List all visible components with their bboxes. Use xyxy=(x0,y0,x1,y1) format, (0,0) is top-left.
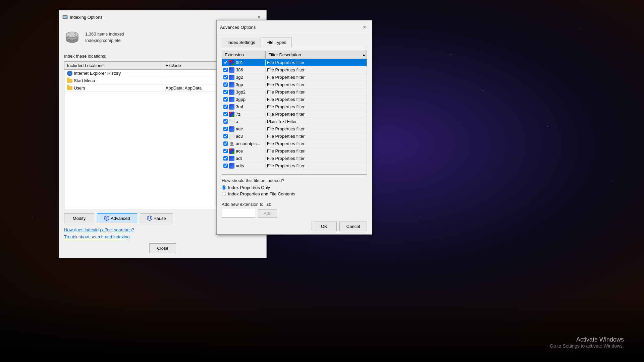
file-type-icon xyxy=(229,126,234,132)
globe-icon xyxy=(67,71,72,76)
row-checkbox[interactable] xyxy=(223,134,228,138)
file-type-icon xyxy=(229,89,234,95)
add-button[interactable]: Add xyxy=(258,209,277,218)
close-row: Close xyxy=(64,243,261,253)
add-extension-row: Add xyxy=(222,209,367,218)
file-type-icon xyxy=(229,82,234,87)
advanced-close-button[interactable]: ✕ xyxy=(361,23,369,31)
file-type-icon xyxy=(229,75,234,80)
row-checkbox[interactable] xyxy=(223,127,228,131)
indexing-title-icon xyxy=(62,14,68,20)
ok-cancel-row: OK Cancel xyxy=(222,222,367,231)
row-checkbox[interactable] xyxy=(223,112,228,116)
row-checkbox[interactable] xyxy=(223,105,228,109)
row-checkbox[interactable] xyxy=(223,97,228,102)
tab-index-settings[interactable]: Index Settings xyxy=(222,38,261,47)
svg-rect-13 xyxy=(150,217,151,219)
table-row[interactable]: 3gpp File Properties filter xyxy=(222,96,367,103)
add-extension-label: Add new extension to list: xyxy=(222,202,367,207)
table-row[interactable]: adts File Properties filter xyxy=(222,162,367,170)
extension-col-header: Extension xyxy=(222,51,266,59)
filter-col-header: Filter Description xyxy=(266,51,361,59)
pause-label: Pause xyxy=(154,216,166,221)
ok-button[interactable]: OK xyxy=(312,222,337,231)
modify-button[interactable]: Modify xyxy=(64,213,94,223)
radio-contents-input[interactable] xyxy=(222,192,226,196)
tab-file-types[interactable]: File Types xyxy=(261,38,292,47)
table-row[interactable]: ac3 File Properties filter xyxy=(222,133,367,140)
file-type-icon xyxy=(229,119,234,124)
table-row[interactable]: aac File Properties filter xyxy=(222,125,367,133)
status-text-block: 1,360 items indexed Indexing complete. xyxy=(85,32,124,43)
table-row[interactable]: 001 File Properties filter xyxy=(222,59,367,66)
radio-index-properties-only[interactable]: Index Properties Only xyxy=(222,185,367,190)
file-type-icon xyxy=(229,67,234,73)
table-row[interactable]: 3mf File Properties filter xyxy=(222,103,367,111)
svg-rect-3 xyxy=(64,19,66,19)
indexing-title-text: Indexing Options xyxy=(70,15,103,20)
row-checkbox[interactable] xyxy=(223,90,228,94)
shield-icon: A xyxy=(104,216,109,221)
indexing-status: Indexing complete. xyxy=(85,38,124,43)
row-checkbox[interactable] xyxy=(223,60,228,65)
file-type-icon xyxy=(229,148,234,154)
file-type-icon xyxy=(229,104,234,110)
troubleshoot-link[interactable]: Troubleshoot search and indexing xyxy=(64,234,261,239)
folder-icon xyxy=(67,79,72,83)
table-row[interactable]: 7z File Properties filter xyxy=(222,111,367,118)
table-row[interactable]: ace File Properties filter xyxy=(222,147,367,155)
location-included: Internet Explorer History xyxy=(64,70,163,77)
row-checkbox[interactable] xyxy=(223,141,228,146)
file-type-icon xyxy=(229,163,234,169)
file-types-table: Extension Filter Description ▲ 001 File … xyxy=(222,51,367,175)
file-type-icon xyxy=(229,112,234,117)
advanced-title-text: Advanced Options xyxy=(220,25,256,30)
add-extension-section: Add new extension to list: Add xyxy=(222,202,367,218)
table-row[interactable]: accountpic... File Properties filter xyxy=(222,140,367,147)
activate-line1: Activate Windows xyxy=(550,336,624,343)
advanced-title-bar: Advanced Options ✕ xyxy=(217,20,372,34)
row-checkbox[interactable] xyxy=(223,82,228,87)
file-table-scroll[interactable]: 001 File Properties filter 386 File Prop… xyxy=(222,59,367,173)
row-checkbox[interactable] xyxy=(223,75,228,79)
radio-index-contents[interactable]: Index Properties and File Contents xyxy=(222,191,367,196)
file-type-icon xyxy=(229,60,234,65)
row-checkbox[interactable] xyxy=(223,149,228,153)
pause-icon xyxy=(147,216,152,221)
radio-properties-only-input[interactable] xyxy=(222,185,226,190)
pause-button[interactable]: Pause xyxy=(140,213,173,223)
advanced-label: Advanced xyxy=(111,216,130,221)
row-checkbox[interactable] xyxy=(223,156,228,161)
index-how-label: How should this file be indexed? xyxy=(222,178,367,183)
activate-line2: Go to Settings to activate Windows. xyxy=(550,343,624,349)
file-table-header: Extension Filter Description ▲ xyxy=(222,51,367,59)
location-included: Users xyxy=(64,85,163,91)
advanced-button[interactable]: A Advanced xyxy=(97,213,137,223)
svg-point-8 xyxy=(66,32,78,37)
row-checkbox[interactable] xyxy=(223,164,228,168)
advanced-content: Index Settings File Types Extension Filt… xyxy=(217,34,372,235)
table-row[interactable]: 3gp2 File Properties filter xyxy=(222,88,367,96)
advanced-options-window: Advanced Options ✕ Index Settings File T… xyxy=(216,20,372,235)
trees-silhouette xyxy=(0,295,644,362)
svg-text:A: A xyxy=(106,217,108,219)
activate-windows-watermark: Activate Windows Go to Settings to activ… xyxy=(550,336,624,349)
row-checkbox[interactable] xyxy=(223,68,228,72)
row-checkbox[interactable] xyxy=(223,119,228,124)
table-row[interactable]: a Plain Text Filter xyxy=(222,118,367,125)
scroll-up-icon[interactable]: ▲ xyxy=(361,51,367,59)
cancel-button[interactable]: Cancel xyxy=(339,222,367,231)
table-row[interactable]: 386 File Properties filter xyxy=(222,66,367,74)
table-row[interactable]: 3g2 File Properties filter xyxy=(222,74,367,81)
included-col-header: Included Locations xyxy=(64,62,163,69)
svg-point-10 xyxy=(74,34,75,35)
table-row[interactable]: 3gp File Properties filter xyxy=(222,81,367,88)
close-button[interactable]: Close xyxy=(149,243,176,253)
hdd-icon xyxy=(64,29,80,45)
index-how-section: How should this file be indexed? Index P… xyxy=(222,178,367,198)
folder-icon xyxy=(67,86,72,90)
advanced-title-left: Advanced Options xyxy=(220,25,256,30)
table-row[interactable]: adt File Properties filter xyxy=(222,155,367,162)
file-type-icon xyxy=(229,141,234,146)
extension-input[interactable] xyxy=(222,209,255,218)
